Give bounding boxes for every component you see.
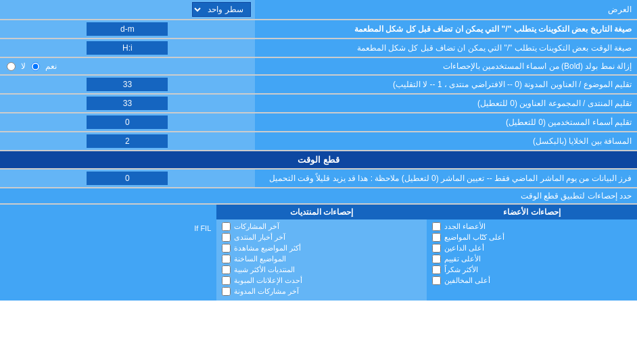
checkbox-hot-topics: المواضيع الساخنة — [222, 255, 421, 263]
checkbox-last-posts-input[interactable] — [222, 222, 231, 231]
checkbox-new-members-input[interactable] — [432, 222, 441, 231]
date-format-input[interactable] — [87, 22, 168, 36]
checkbox-last-blog-posts: آخر مشاركات المدونة — [222, 287, 421, 296]
checkbox-latest-classified: أحدث الإعلانات المبوبة — [222, 276, 421, 285]
checkbox-new-members: الأعضاء الجدد — [432, 222, 632, 231]
topic-trim-label: تقليم الموضوع / العناوين المدونة (0 -- ا… — [255, 76, 637, 93]
section-label: العرض — [255, 0, 637, 19]
time-cutoff-input[interactable] — [87, 172, 168, 185]
forum-checkboxes-col: آخر المشاركات آخر أخبار المنتدى أكثر الم… — [216, 219, 427, 301]
forum-trim-input[interactable] — [87, 97, 168, 110]
checkboxes-area: إحصاءات الأعضاء إحصاءات المنتديات الأعضا… — [0, 205, 637, 301]
checkbox-top-topic-writers-input[interactable] — [432, 233, 441, 242]
date-format-cell — [0, 20, 255, 38]
display-select[interactable]: سطر واحد سطرين ثلاثة أسطر — [192, 2, 251, 17]
cell-spacing-input[interactable] — [87, 134, 168, 148]
checkbox-most-thanks-input[interactable] — [432, 265, 441, 274]
checkbox-last-forum-news-input[interactable] — [222, 233, 231, 242]
time-cutoff-cell — [0, 170, 255, 187]
bold-label: إزالة نمط بولد (Bold) من اسماء المستخدمي… — [255, 58, 637, 74]
forum-trim-label: تقليم المنتدى / المجموعة العناوين (0 للت… — [255, 95, 637, 112]
member-stats-header: إحصاءات الأعضاء — [427, 205, 637, 219]
bold-radio-cell: نعم لا — [0, 58, 255, 74]
top-select-cell: سطر واحد سطرين ثلاثة أسطر — [0, 0, 255, 19]
limit-label: حدد إحصاءات لتطبيق قطع الوقت — [0, 188, 637, 203]
time-format-cell — [0, 39, 255, 57]
date-format-label: صيغة التاريخ بعض التكوينات يتطلب "/" الت… — [255, 20, 637, 38]
checkbox-most-similar-forums: المنتديات الأكثر شبية — [222, 265, 421, 274]
time-cutoff-label: فرز البيانات من يوم الماشر الماضي فقط --… — [255, 170, 637, 187]
time-format-input[interactable] — [87, 41, 168, 55]
topic-trim-input[interactable] — [87, 78, 168, 91]
checkbox-top-inviters: أعلى الداعين — [432, 244, 632, 253]
username-trim-label: تقليم أسماء المستخدمين (0 للتعطيل) — [255, 113, 637, 131]
topic-trim-cell — [0, 76, 255, 93]
checkbox-hot-topics-input[interactable] — [222, 255, 231, 263]
forum-stats-header: إحصاءات المنتديات — [216, 205, 427, 219]
checkbox-last-blog-posts-input[interactable] — [222, 287, 231, 296]
checkbox-most-viewed: أكثر المواضيع مشاهدة — [222, 244, 421, 253]
checkbox-latest-classified-input[interactable] — [222, 276, 231, 285]
checkbox-top-rated: الأعلى تقييم — [432, 255, 632, 263]
time-cutoff-header: قطع الوقت — [0, 151, 637, 168]
checkbox-most-viewed-input[interactable] — [222, 244, 231, 253]
checkbox-most-thanks: الأكثر شكراً — [432, 265, 632, 274]
radio-yes-label: نعم — [45, 61, 57, 71]
radio-no[interactable] — [7, 62, 16, 71]
checkbox-most-similar-forums-input[interactable] — [222, 265, 231, 274]
username-trim-cell — [0, 113, 255, 131]
radio-no-label: لا — [21, 61, 26, 71]
checkbox-top-topic-writers: أعلى كتّاب المواضيع — [432, 233, 632, 242]
checkbox-top-inviters-input[interactable] — [432, 244, 441, 253]
checkbox-last-forum-news: آخر أخبار المنتدى — [222, 233, 421, 242]
extra-col: If FIL — [0, 219, 216, 301]
empty-header — [0, 205, 216, 219]
cell-spacing-label: المسافة بين الخلايا (بالبكسل) — [255, 132, 637, 150]
username-trim-input[interactable] — [87, 115, 168, 129]
checkbox-top-violators: أعلى المخالفين — [432, 276, 632, 285]
checkbox-top-rated-input[interactable] — [432, 255, 441, 263]
radio-yes[interactable] — [31, 62, 40, 71]
cell-spacing-cell — [0, 132, 255, 150]
checkbox-top-violators-input[interactable] — [432, 276, 441, 285]
if-fil-text: If FIL — [5, 222, 211, 234]
time-format-label: صيغة الوقت بعض التكوينات يتطلب "/" التي … — [255, 39, 637, 57]
forum-trim-cell — [0, 95, 255, 112]
member-checkboxes-col: الأعضاء الجدد أعلى كتّاب المواضيع أعلى ا… — [427, 219, 637, 301]
checkbox-last-posts: آخر المشاركات — [222, 222, 421, 231]
